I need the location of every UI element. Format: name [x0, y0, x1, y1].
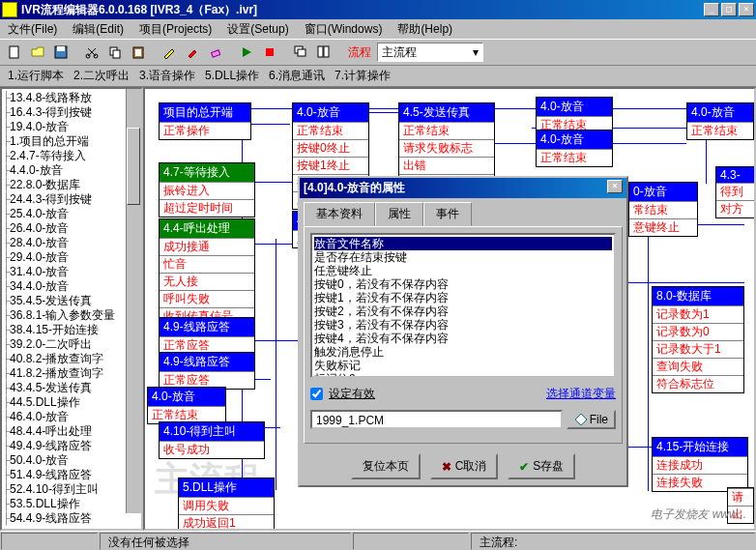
node-47[interactable]: 4.7-等待接入 振铃进入 超过定时时间 — [159, 162, 255, 217]
tree-item[interactable]: 46.4.0-放音 — [4, 410, 139, 424]
qt-1[interactable]: 1.运行脚本 — [8, 68, 64, 84]
tree-scrollbar[interactable] — [126, 89, 141, 513]
tree-item[interactable]: 53.5.DLL操作 — [4, 497, 139, 511]
tree-item[interactable]: 22.8.0-数据库 — [4, 178, 139, 192]
tree-item[interactable]: 1.项目的总开端 — [4, 134, 139, 149]
tree-item[interactable]: 40.8.2-播放查询字 — [4, 352, 139, 366]
property-listbox[interactable]: 放音文件名称 是否存在结束按键 任意键终止 按键0，若没有不保存内容 按键1，若… — [310, 233, 616, 378]
tree-item[interactable]: 28.4.0-放音 — [4, 236, 139, 250]
reset-button[interactable]: 复位本页 — [351, 453, 421, 479]
tree-item[interactable]: 26.4.0-放音 — [4, 221, 139, 236]
pencil-button[interactable] — [159, 42, 180, 63]
new-button[interactable] — [4, 42, 25, 63]
tree-item[interactable]: 48.4.4-呼出处理 — [4, 424, 139, 439]
tree-list[interactable]: 13.4.8-线路释放16.4.3-得到按键19.4.0-放音1.项目的总开端2… — [2, 89, 141, 528]
tree-item[interactable]: 49.4.9-线路应答 — [4, 439, 139, 453]
brush-button[interactable] — [182, 42, 203, 63]
menu-projects[interactable]: 项目(Projects) — [135, 19, 216, 40]
menu-windows[interactable]: 窗口(Windows) — [301, 19, 387, 40]
list-item[interactable]: 按键4，若没有不保存内容 — [314, 332, 612, 345]
menu-help[interactable]: 帮助(Help) — [393, 19, 456, 40]
dialog-titlebar[interactable]: [4.0]4.0-放音的属性 × — [300, 178, 626, 198]
tree-item[interactable]: 44.5.DLL操作 — [4, 395, 139, 410]
stop-button[interactable] — [259, 42, 280, 63]
node-5dll[interactable]: 5.DLL操作 调用失败 成功返回1 成功返回6 — [178, 478, 275, 531]
tree-item[interactable]: 38.4.15-开始连接 — [4, 323, 139, 337]
qt-5[interactable]: 5.DLL操作 — [205, 68, 259, 84]
tree-item[interactable]: 52.4.10-得到主叫 — [4, 482, 139, 497]
qt-6[interactable]: 6.消息通讯 — [269, 68, 325, 84]
select-channel-link[interactable]: 选择通道变量 — [546, 386, 616, 402]
save-button[interactable] — [50, 42, 72, 63]
erase-button[interactable] — [205, 42, 226, 63]
list-item[interactable]: 触发消息停止 — [314, 345, 612, 359]
qt-2[interactable]: 2.二次呼出 — [73, 68, 130, 84]
list-item[interactable]: 按键1，若没有不保存内容 — [314, 291, 612, 304]
list-item[interactable]: 是否存在结束按键 — [314, 250, 612, 264]
valid-checkbox[interactable] — [310, 388, 323, 400]
maximize-button[interactable]: □ — [721, 3, 737, 16]
node-49a[interactable]: 4.9-线路应答 正常应答 — [159, 317, 255, 355]
menu-setup[interactable]: 设置(Setup) — [223, 19, 292, 40]
tree-item[interactable]: 25.4.0-放音 — [4, 207, 139, 221]
node-40a[interactable]: 4.0-放音 正常结束 — [147, 387, 226, 424]
file-edit[interactable]: 1999_1.PCM — [310, 410, 563, 429]
file-browse-button[interactable]: File — [567, 410, 616, 429]
node-start[interactable]: 项目的总开端 正常操作 — [159, 102, 251, 140]
list-item[interactable]: 标记位0 — [314, 372, 612, 378]
copy-button[interactable] — [104, 42, 126, 63]
qt-7[interactable]: 7.计算操作 — [334, 68, 391, 84]
scrollbar-thumb[interactable] — [127, 128, 140, 205]
list-item[interactable]: 放音文件名称 — [314, 237, 612, 250]
tree-item[interactable]: 41.8.2-播放查询字 — [4, 366, 139, 381]
menu-edit[interactable]: 编辑(Edit) — [69, 19, 128, 40]
node-40e[interactable]: 4.0-放音 正常结束 — [686, 102, 754, 140]
list-item[interactable]: 按键3，若没有不保存内容 — [314, 318, 612, 332]
close-button[interactable]: × — [739, 3, 754, 16]
paste-button[interactable] — [128, 42, 149, 63]
node-40d[interactable]: 4.0-放音 正常结束 — [536, 130, 613, 167]
tree-item[interactable]: 2.4.7-等待接入 — [4, 149, 139, 163]
tree-item[interactable]: 50.4.0-放音 — [4, 453, 139, 468]
node-415[interactable]: 4.15-开始连接 连接成功 连接失败 — [652, 437, 748, 492]
dialog-close-button[interactable]: × — [607, 180, 623, 193]
cascade-button[interactable] — [290, 42, 311, 63]
tree-item[interactable]: 24.4.3-得到按键 — [4, 192, 139, 207]
list-item[interactable]: 按键2，若没有不保存内容 — [314, 304, 612, 318]
save-button[interactable]: ✔ S存盘 — [508, 453, 575, 479]
tree-item[interactable]: 29.4.0-放音 — [4, 250, 139, 265]
qt-3[interactable]: 3.语音操作 — [139, 68, 195, 84]
tree-item[interactable]: 4.4.0-放音 — [4, 163, 139, 178]
tree-item[interactable]: 54.4.9-线路应答 — [4, 511, 139, 526]
cancel-button[interactable]: ✖ C取消 — [430, 453, 499, 479]
tree-item[interactable]: 31.4.0-放音 — [4, 265, 139, 279]
node-80db[interactable]: 8.0-数据库 记录数为1 记录数为0 记录数大于1 查询失败 符合标志位 — [652, 286, 744, 393]
open-button[interactable] — [27, 42, 48, 63]
tree-item[interactable]: 19.4.0-放音 — [4, 120, 139, 134]
tile-button[interactable] — [313, 42, 334, 63]
node-44[interactable]: 4.4-呼出处理 成功接通 忙音 无人接 呼叫失败 收到传真信号 — [159, 218, 255, 326]
tree-item[interactable]: 16.4.3-得到按键 — [4, 105, 139, 120]
run-button[interactable] — [236, 42, 257, 63]
cut-button[interactable] — [81, 42, 102, 63]
node-410[interactable]: 4.10-得到主叫 收号成功 — [159, 421, 265, 459]
tree-item[interactable]: 35.4.5-发送传真 — [4, 294, 139, 308]
tab-events[interactable]: 事件 — [423, 202, 472, 226]
menu-file[interactable]: 文件(File) — [4, 19, 61, 40]
node-49b[interactable]: 4.9-线路应答 正常应答 — [159, 352, 255, 390]
list-item[interactable]: 按键0，若没有不保存内容 — [314, 277, 612, 291]
tab-basic[interactable]: 基本资料 — [304, 202, 375, 226]
node-r0[interactable]: 0-放音 常结束 意键终止 — [628, 182, 698, 237]
tree-item[interactable]: 34.4.0-放音 — [4, 279, 139, 294]
node-43r[interactable]: 4.3- 得到 对方 — [715, 166, 756, 218]
tree-item[interactable]: 43.4.5-发送传真 — [4, 381, 139, 395]
flow-select[interactable]: 主流程 ▾ — [377, 43, 483, 62]
tree-item[interactable]: 51.4.9-线路应答 — [4, 468, 139, 482]
minimize-button[interactable]: _ — [704, 3, 719, 16]
tree-item[interactable]: 36.8.1-输入参数变量 — [4, 308, 139, 323]
list-item[interactable]: 任意键终止 — [314, 264, 612, 277]
tree-item[interactable]: 13.4.8-线路释放 — [4, 91, 139, 105]
list-item[interactable]: 失败标记 — [314, 359, 612, 372]
tab-properties[interactable]: 属性 — [375, 202, 423, 226]
tree-item[interactable]: 39.2.0-二次呼出 — [4, 337, 139, 352]
